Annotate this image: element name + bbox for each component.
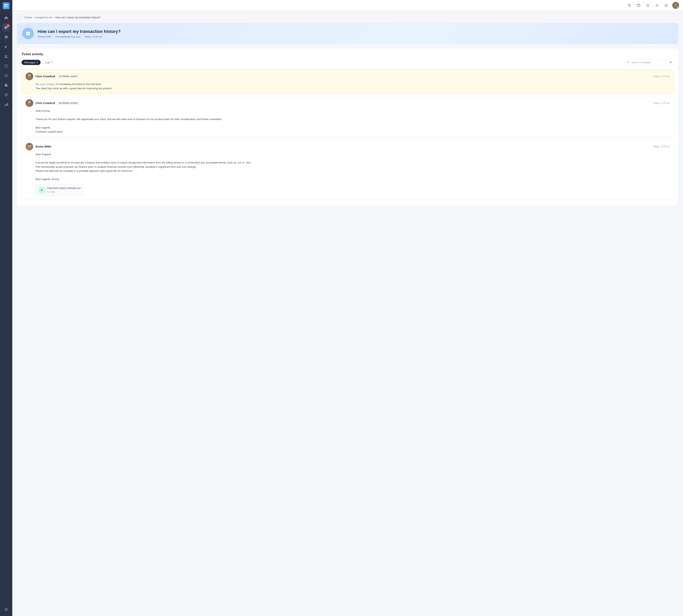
svg-rect-3 <box>6 6 8 7</box>
back-button[interactable]: ‹ <box>17 15 22 20</box>
tab-messages[interactable]: Messages 3 <box>22 60 41 65</box>
ticket-author: Emma Willis <box>38 35 51 38</box>
ticket-meta: Emma Willis • emmawillis@corp.com • Toda… <box>38 35 121 38</box>
search-messages-input[interactable] <box>631 61 664 64</box>
ticket-header-card: How can I export my transaction history?… <box>17 23 678 44</box>
svg-text:$: $ <box>5 74 7 77</box>
breadcrumb-current: How can I export my transaction history? <box>55 16 100 19</box>
user-avatar[interactable] <box>672 2 679 9</box>
search-button[interactable] <box>626 2 632 8</box>
calendar-button[interactable] <box>635 2 641 8</box>
svg-line-32 <box>629 63 630 63</box>
sidebar-item-tickets[interactable]: 1 <box>2 23 10 32</box>
sidebar-item-contacts[interactable] <box>2 52 10 61</box>
svg-point-21 <box>628 4 630 6</box>
message-header: Chris Crowford EXTERNAL AGENT Today, 11:… <box>26 99 670 107</box>
tabs-row: Messages 3 Logs 5 <box>22 59 674 65</box>
online-indicator <box>677 7 679 9</box>
tab-messages-label: Messages <box>24 61 36 64</box>
bell-button[interactable] <box>644 2 651 8</box>
content-area: ‹ Tickets › Assigned to me › How can I e… <box>12 11 683 616</box>
navbar <box>12 0 683 11</box>
message-time: Today, 11:25 am <box>653 102 670 105</box>
breadcrumb: ‹ Tickets › Assigned to me › How can I e… <box>17 15 678 20</box>
back-icon: ‹ <box>19 16 20 19</box>
sort-button[interactable] <box>668 59 674 65</box>
message-author-name: Emma Willis <box>36 145 51 148</box>
svg-rect-14 <box>5 105 5 106</box>
navbar-icons <box>626 2 679 9</box>
svg-point-36 <box>28 74 31 77</box>
settings-button[interactable] <box>654 2 660 8</box>
sidebar-item-inbox[interactable] <box>2 33 10 41</box>
ticket-header-info: How can I export my transaction history?… <box>38 29 121 38</box>
message-avatar <box>26 143 33 150</box>
svg-point-8 <box>7 56 7 56</box>
svg-line-22 <box>630 6 631 7</box>
message-author-name: Chris Crowford <box>36 75 55 78</box>
breadcrumb-assigned[interactable]: Assigned to me <box>35 16 52 19</box>
svg-rect-18 <box>4 608 8 609</box>
sidebar-item-reports[interactable] <box>2 91 10 99</box>
attachment-name: Payments export example.csv <box>47 186 81 190</box>
message-author-row: Chris Crowford EXTERNAL AGENT <box>26 99 79 107</box>
svg-rect-5 <box>5 27 8 28</box>
svg-point-31 <box>628 61 629 63</box>
ticket-type-icon <box>22 28 34 39</box>
message-text-2: The client has come up with a great idea… <box>36 87 112 90</box>
svg-point-27 <box>657 5 657 6</box>
breadcrumb-sep-1: › <box>33 16 34 19</box>
message-avatar <box>26 72 33 80</box>
message-badge: EXTERNAL AGENT <box>58 75 79 78</box>
message-item: Chris Crowford EXTERNAL AGENT Today, 11:… <box>22 96 674 137</box>
message-avatar <box>26 99 33 107</box>
svg-point-13 <box>5 94 7 95</box>
ticket-title: How can I export my transaction history? <box>38 29 121 34</box>
sidebar-item-tasks[interactable] <box>2 62 10 70</box>
svg-point-7 <box>5 55 6 56</box>
sidebar-item-home[interactable] <box>2 14 10 22</box>
message-badge: EXTERNAL AGENT <box>58 102 79 105</box>
message-item: Chris Crowford EXTERNAL AGENT Today, 11:… <box>22 69 674 94</box>
ticket-activity-title: Ticket activity <box>22 52 674 56</box>
svg-rect-6 <box>5 28 6 29</box>
sidebar-item-files[interactable] <box>2 81 10 89</box>
help-button[interactable] <box>663 2 669 8</box>
svg-point-12 <box>5 93 7 96</box>
search-messages-box[interactable] <box>625 60 666 65</box>
svg-rect-1 <box>6 4 8 5</box>
svg-rect-2 <box>4 6 6 7</box>
message-author-row: Emma Willis <box>26 143 51 150</box>
svg-rect-16 <box>6 104 7 106</box>
tickets-badge: 1 <box>6 24 9 27</box>
ticket-email: emmawillis@corp.com <box>55 35 80 38</box>
ticket-date: Today, 10:20 am <box>84 35 103 38</box>
tab-logs[interactable]: Logs 5 <box>42 60 55 65</box>
sidebar-menu-button[interactable] <box>2 605 10 614</box>
attachment-icon <box>39 186 45 194</box>
sidebar: 1 $ <box>0 0 12 616</box>
svg-rect-17 <box>7 103 8 106</box>
message-body: Hello Emma, Thank you for your feature r… <box>36 109 670 134</box>
svg-rect-19 <box>4 609 8 610</box>
sidebar-item-campaigns[interactable] <box>2 43 10 51</box>
tab-messages-count: 3 <box>37 61 38 64</box>
breadcrumb-tickets[interactable]: Tickets <box>24 16 32 19</box>
svg-point-40 <box>28 144 31 146</box>
tab-logs-count: 5 <box>51 61 52 64</box>
svg-point-37 <box>28 101 31 104</box>
sidebar-item-analytics[interactable] <box>2 100 10 109</box>
message-body: @Lucas Joseph, I'm escalating the ticket… <box>36 82 670 90</box>
sidebar-item-billing[interactable]: $ <box>2 71 10 80</box>
tab-logs-label: Logs <box>45 61 50 64</box>
attachment-size: 4,2 MB <box>47 190 81 194</box>
logo[interactable] <box>3 2 9 9</box>
svg-rect-15 <box>5 104 6 106</box>
meta-dot-2: • <box>82 35 83 38</box>
message-attachment[interactable]: Payments export example.csv 4,2 MB <box>36 184 84 196</box>
message-author-row: Chris Crowford EXTERNAL AGENT <box>26 72 79 80</box>
breadcrumb-sep-2: › <box>53 16 54 19</box>
meta-dot-1: • <box>53 35 54 38</box>
message-body: Dear Support, It would be highly benefic… <box>36 152 670 196</box>
message-time: Today, 10:20 am <box>653 145 670 148</box>
